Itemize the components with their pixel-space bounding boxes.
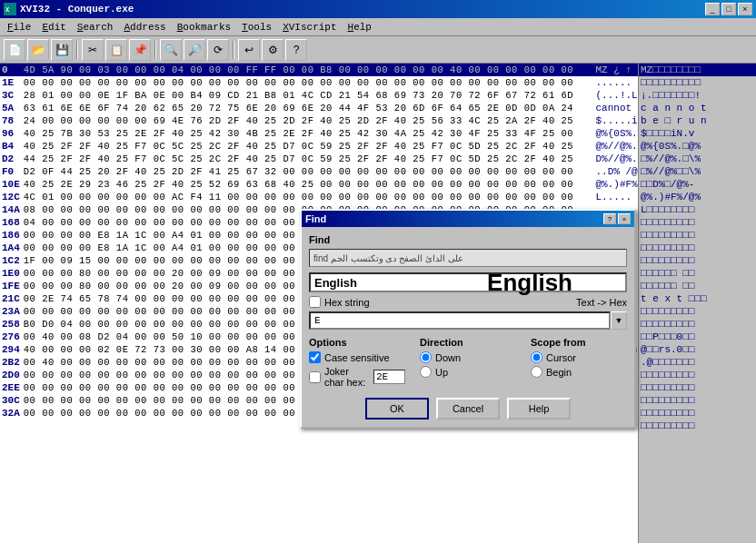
replace-button[interactable]: ⟳ [207,39,229,61]
paste-button[interactable]: 📌 [129,39,151,61]
case-sensitive-row: Case sensitive [309,351,405,363]
case-sensitive-checkbox[interactable] [309,351,321,363]
right-row: t e x t □□□ [639,292,756,305]
right-row: □□□□□□□□□ [639,216,756,229]
app-icon: X [4,3,16,15]
menu-bar: File Edit Search Address Bookmarks Tools… [0,18,756,36]
search2-button[interactable]: 🔎 [184,39,205,61]
menu-search[interactable]: Search [72,20,119,35]
right-row: □□□□□□□□□□ [639,76,756,89]
title-bar: X XVI32 - Conquer.exe _ □ × [0,0,756,18]
scope-cursor-label[interactable]: Cursor [546,352,576,363]
table-row[interactable]: D2 44 25 2F 2F 40 25 F7 0C 5C 25 2C 2F 4… [0,153,638,165]
hex-string-checkbox[interactable] [309,296,321,308]
menu-file[interactable]: File [2,20,36,35]
scope-begin-radio[interactable] [531,366,542,378]
options-title: Options [309,337,405,348]
toolbar: 📄 📂 💾 ✂ 📋 📌 🔍 🔎 ⟳ ↩ ⚙ ? [0,36,756,64]
direction-title: Direction [420,337,516,348]
menu-help[interactable]: Help [343,20,377,35]
dialog-window-controls[interactable]: ? × [603,213,631,224]
dialog-body: Find على الدائ الصفح دى وتكتسب الجم find… [302,227,634,427]
direction-up-row: Up [420,366,516,378]
menu-xviscript[interactable]: XVIscript [277,20,342,35]
new-button[interactable]: 📄 [4,39,25,61]
right-row: b e □ r u n [639,114,756,127]
direction-up-radio[interactable] [420,366,432,378]
scope-begin-label[interactable]: Begin [546,367,572,378]
minimize-button[interactable]: _ [705,3,720,15]
dialog-buttons: OK Cancel Help [309,398,627,420]
table-row[interactable]: 78 24 00 00 00 00 00 00 69 4E 76 2D 2F 4… [0,114,638,127]
table-row[interactable]: 3C 28 01 00 00 0E 1F BA 0E 00 B4 09 CD 2… [0,89,638,102]
maximize-button[interactable]: □ [721,3,736,15]
scope-cursor-radio[interactable] [531,351,542,363]
right-row: L□□□□□□□□ [639,203,756,216]
options-group: Options Case sensitive Joker char hex: [309,337,405,390]
right-row: @%.)#F%/@% [639,191,756,203]
save-button[interactable]: 💾 [51,39,73,61]
right-row: □□□□□□□□□ [639,381,756,394]
right-row: □□□□□□□□□ [639,229,756,242]
table-row[interactable]: 1E 00 00 00 00 00 00 00 00 00 00 00 00 0… [0,76,638,89]
table-row[interactable]: 12C 4C 01 00 00 00 00 00 00 AC F4 11 00 … [0,191,638,203]
window-controls[interactable]: _ □ × [705,3,752,15]
right-row: @□□rs.0□□ [639,343,756,356]
find-label-row: Find [309,234,627,245]
scope-title: Scope from [531,337,627,348]
hex-value-input[interactable] [309,311,611,330]
right-row: ¡.□□□□□□□! [639,89,756,102]
hex-string-label[interactable]: Hex string [324,297,370,308]
joker-label[interactable]: Joker char hex: [324,366,370,388]
text-hex-label: Text -> Hex [576,297,627,308]
right-row: □□□□□□□□□ [639,242,756,254]
help-button[interactable]: Help [507,398,571,420]
find-text-input[interactable] [309,272,627,292]
hex-dropdown-button[interactable]: ▼ [611,311,627,330]
right-row: □□D%□/@%- [639,178,756,191]
right-row: □□□□□□□□□ [639,407,756,420]
right-row: c a n n o t [639,102,756,114]
ok-button[interactable]: OK [365,398,429,420]
right-row: □□□□□□□□□ [639,318,756,331]
joker-value-input[interactable] [373,370,405,384]
title-text: XVI32 - Conquer.exe [20,4,134,15]
table-row[interactable]: 5A 63 61 6E 6E 6F 74 20 62 65 20 72 75 6… [0,102,638,114]
right-row: □□□□□□ □□ [639,280,756,292]
right-row: $□□□□iN.v [639,127,756,140]
help-toolbar-button[interactable]: ? [285,39,307,61]
dialog-close-button[interactable]: × [618,213,631,224]
table-row[interactable]: 10E 40 25 2E 29 23 46 25 2F 40 25 52 69 … [0,178,638,191]
open-button[interactable]: 📂 [27,39,49,61]
search-button[interactable]: 🔍 [160,39,182,61]
close-button[interactable]: × [738,3,752,15]
scope-cursor-row: Cursor [531,351,627,363]
right-row: □□□□□□□□□ [639,420,756,432]
menu-bookmarks[interactable]: Bookmarks [172,20,236,35]
joker-checkbox[interactable] [309,371,321,383]
right-row: □%//@%.□\% [639,153,756,165]
dialog-title-bar: Find ? × [302,211,634,227]
hex-string-check: Hex string [309,296,370,308]
menu-tools[interactable]: Tools [236,20,277,35]
dialog-help-button[interactable]: ? [603,213,616,224]
undo-button[interactable]: ↩ [238,39,260,61]
copy-button[interactable]: 📋 [105,39,127,61]
case-sensitive-label[interactable]: Case sensitive [324,352,390,363]
extra-button[interactable]: ⚙ [262,39,284,61]
separator-3 [233,41,234,59]
menu-address[interactable]: Address [118,20,171,35]
cut-button[interactable]: ✂ [82,39,104,61]
cancel-button[interactable]: Cancel [436,398,500,420]
direction-down-radio[interactable] [420,351,432,363]
right-row: .@□□□□□□□ [639,356,756,369]
table-row[interactable]: F0 D2 0F 44 25 20 2F 40 25 2D 2F 41 25 6… [0,165,638,178]
table-row[interactable]: B4 40 25 2F 2F 40 25 F7 0C 5C 25 2C 2F 4… [0,140,638,153]
table-row[interactable]: 96 40 25 7B 30 53 25 2E 2F 40 25 42 30 4… [0,127,638,140]
right-row: □□□□□□ □□ [639,267,756,280]
direction-down-label[interactable]: Down [435,352,461,363]
direction-up-label[interactable]: Up [435,367,448,378]
right-panel: MZ□□□□□□□□ □□□□□□□□□□ ¡.□□□□□□□! c a n n… [638,64,756,543]
right-header: MZ□□□□□□□□ [639,64,756,76]
menu-edit[interactable]: Edit [36,20,71,35]
